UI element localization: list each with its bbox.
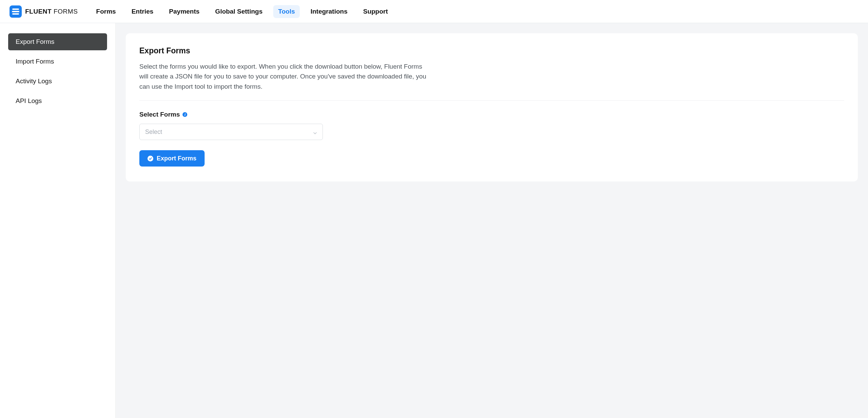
- divider: [139, 100, 844, 101]
- nav-tools[interactable]: Tools: [273, 5, 299, 18]
- export-button-label: Export Forms: [157, 155, 196, 162]
- select-placeholder: Select: [145, 128, 162, 136]
- nav-integrations[interactable]: Integrations: [306, 5, 352, 18]
- sidebar-item-activity-logs[interactable]: Activity Logs: [8, 73, 107, 90]
- info-icon[interactable]: i: [183, 112, 187, 117]
- nav-entries[interactable]: Entries: [127, 5, 158, 18]
- export-card: Export Forms Select the forms you would …: [126, 33, 858, 181]
- brand-logo-icon: [10, 5, 22, 18]
- page-layout: Export Forms Import Forms Activity Logs …: [0, 23, 868, 418]
- page-title: Export Forms: [139, 46, 844, 55]
- nav-payments[interactable]: Payments: [164, 5, 204, 18]
- brand-logo[interactable]: FLUENT FORMS: [10, 5, 78, 18]
- nav-global-settings[interactable]: Global Settings: [210, 5, 267, 18]
- select-forms-dropdown[interactable]: Select: [139, 124, 323, 140]
- select-forms-label: Select Forms: [139, 111, 180, 118]
- chevron-down-icon: [313, 130, 317, 134]
- brand-thin: FORMS: [52, 8, 78, 15]
- main-content: Export Forms Select the forms you would …: [116, 23, 868, 418]
- sidebar-item-import-forms[interactable]: Import Forms: [8, 53, 107, 70]
- check-circle-icon: [147, 156, 153, 161]
- brand-bold: FLUENT: [25, 8, 52, 15]
- nav-forms[interactable]: Forms: [91, 5, 121, 18]
- sidebar-item-api-logs[interactable]: API Logs: [8, 92, 107, 109]
- export-forms-button[interactable]: Export Forms: [139, 150, 205, 167]
- brand-logo-text: FLUENT FORMS: [25, 8, 78, 15]
- top-header: FLUENT FORMS Forms Entries Payments Glob…: [0, 0, 868, 23]
- sidebar: Export Forms Import Forms Activity Logs …: [0, 23, 116, 418]
- field-label-row: Select Forms i: [139, 111, 844, 118]
- primary-nav: Forms Entries Payments Global Settings T…: [91, 5, 393, 18]
- page-description: Select the forms you would like to expor…: [139, 62, 428, 91]
- nav-support[interactable]: Support: [358, 5, 393, 18]
- sidebar-item-export-forms[interactable]: Export Forms: [8, 33, 107, 50]
